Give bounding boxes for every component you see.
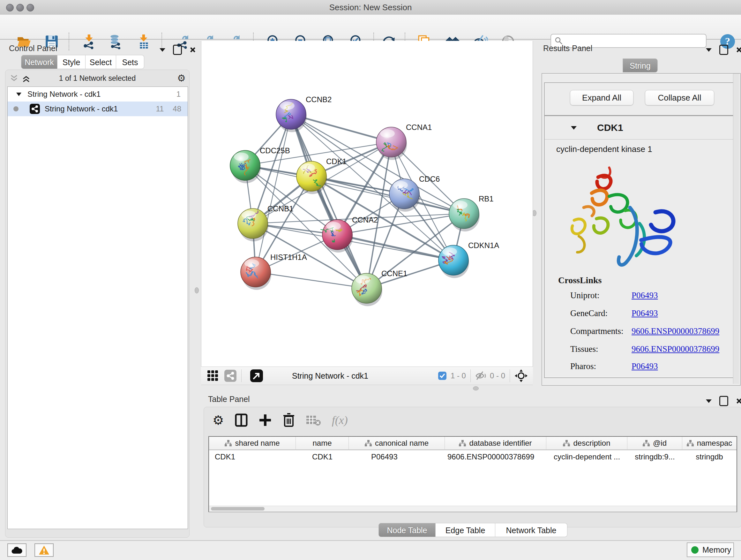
column-header[interactable]: @id (627, 437, 682, 450)
node-label-CDK1: CDK1 (326, 157, 347, 166)
table-options-gear-icon[interactable]: ⚙ (212, 413, 224, 428)
network-node-CCNA2[interactable]: CCNA2 (321, 215, 378, 253)
tab-edge-table[interactable]: Edge Table (435, 523, 495, 537)
network-node-CCNE1[interactable]: CCNE1 (352, 269, 407, 306)
application-window: Session: New Session (0, 0, 741, 560)
table-cell[interactable]: 9606.ENSP00000378699 (445, 450, 546, 463)
collection-count: 1 (177, 90, 181, 99)
pan-crosshair-icon[interactable] (515, 369, 528, 382)
node-label-CCNB1: CCNB1 (267, 204, 293, 213)
gene-section-header[interactable]: CDK1 (545, 116, 737, 139)
birdseye-grid-icon[interactable] (207, 370, 219, 382)
network-node-HIST1H1A[interactable]: HIST1H1A (241, 253, 307, 290)
panel-menu-icon[interactable] (705, 47, 712, 52)
network-tree: String Network - cdk1 1 String Network -… (7, 86, 188, 529)
tab-style[interactable]: Style (57, 55, 85, 69)
table-cell[interactable]: cyclin-dependent ... (546, 450, 627, 463)
column-type-icon (365, 440, 372, 446)
gene-name: CDK1 (597, 122, 623, 133)
panel-float-icon[interactable] (719, 45, 728, 55)
tab-sets[interactable]: Sets (116, 55, 144, 69)
panel-menu-icon[interactable] (159, 47, 166, 52)
table-cell[interactable]: stringdb:9... (627, 450, 682, 463)
column-header[interactable]: database identifier (445, 437, 546, 450)
node-table: shared name name canonical name database… (208, 436, 737, 512)
expand-all-button[interactable]: Expand All (570, 90, 633, 105)
network-node-CDKN1A[interactable]: CDKN1A (439, 241, 499, 278)
toolbar-separator (510, 369, 510, 382)
gene-section: CDK1 cyclin-dependent kinase 1 (544, 116, 738, 378)
column-type-icon (459, 440, 466, 446)
network-tab-content: 1 of 1 Network selected ⚙ String Network… (5, 70, 190, 538)
column-header[interactable]: shared name (209, 437, 296, 450)
column-type-icon (687, 440, 694, 446)
collapse-all-button[interactable]: Collapse All (645, 90, 714, 105)
table-h-scrollbar[interactable] (209, 506, 737, 512)
splitter-handle[interactable] (473, 386, 479, 390)
network-node-CCNB1[interactable]: CCNB1 (238, 204, 293, 241)
table-cell[interactable]: CDK1 (209, 450, 296, 463)
selected-checkbox-icon[interactable] (438, 371, 447, 380)
function-builder-icon-disabled: f(x) (332, 414, 348, 427)
panel-close-icon[interactable] (735, 46, 741, 54)
table-panel: Table Panel ⚙ f(x) shared name name cano… (201, 392, 741, 540)
memory-button[interactable]: Memory (687, 543, 734, 557)
panel-float-icon[interactable] (173, 45, 182, 55)
network-options-gear-icon[interactable]: ⚙ (177, 72, 186, 84)
delete-column-icon[interactable] (283, 413, 295, 427)
tree-expander-icon[interactable] (16, 92, 22, 97)
column-header[interactable]: canonical name (349, 437, 445, 450)
crosslink-label: Pharos: (570, 361, 596, 371)
selected-node-edge-counts: 1 - 0 (451, 371, 466, 380)
crosslink-row: Compartments: 9606.ENSP00000378699 (545, 326, 737, 344)
column-header[interactable]: namespac (682, 437, 737, 450)
panel-float-icon[interactable] (719, 396, 728, 406)
tab-network[interactable]: Network (21, 55, 57, 69)
panel-menu-icon[interactable] (705, 398, 712, 403)
crosslink-link[interactable]: 9606.ENSP00000378699 (631, 344, 719, 354)
delete-table-icon-disabled (306, 414, 321, 427)
crosslink-link[interactable]: P06493 (631, 361, 658, 371)
table-cell[interactable]: P06493 (349, 450, 445, 463)
crosslink-label: Uniprot: (570, 291, 600, 300)
title-bar: Session: New Session (0, 0, 741, 15)
column-header[interactable]: name (296, 437, 349, 450)
crosslink-link[interactable]: 9606.ENSP00000378699 (631, 326, 719, 336)
network-canvas[interactable]: CCNB2CCNA1CDC25BCDK1CDC6RB1CCNB1CCNA2CDK… (201, 41, 533, 367)
cloud-button[interactable] (7, 543, 26, 557)
memory-label: Memory (702, 545, 731, 555)
section-expander-icon[interactable] (570, 125, 577, 130)
control-panel-tabs: NetworkStyleSelectSets (21, 55, 144, 69)
show-columns-icon[interactable] (235, 413, 248, 427)
network-row-selected[interactable]: String Network - cdk1 11 48 (8, 102, 188, 116)
column-header[interactable]: description (546, 437, 627, 450)
tab-network-table[interactable]: Network Table (495, 523, 567, 537)
tab-node-table[interactable]: Node Table (379, 523, 435, 537)
tab-select[interactable]: Select (85, 55, 116, 69)
network-node-CCNB2[interactable]: CCNB2 (276, 95, 332, 132)
scrollbar-thumb[interactable] (211, 507, 265, 510)
open-in-window-icon[interactable] (250, 369, 263, 382)
crosslink-link[interactable]: P06493 (631, 308, 658, 318)
panel-close-icon[interactable] (735, 397, 741, 405)
table-cell[interactable]: stringdb (682, 450, 737, 463)
network-edges[interactable] (245, 114, 464, 288)
network-graph[interactable]: CCNB2CCNA1CDC25BCDK1CDC6RB1CCNB1CCNA2CDK… (201, 41, 533, 367)
crosslink-row: Tissues: 9606.ENSP00000378699 (545, 344, 737, 362)
warning-button[interactable] (35, 543, 54, 557)
network-collection-row[interactable]: String Network - cdk1 1 (8, 87, 188, 102)
table-cell[interactable]: CDK1 (296, 450, 349, 463)
network-node-CDC25B[interactable]: CDC25B (230, 146, 290, 183)
add-column-icon[interactable] (259, 414, 272, 427)
node-label-CCNE1: CCNE1 (381, 269, 407, 278)
crosslink-link[interactable]: P06493 (631, 291, 658, 300)
string-results-container: Expand All Collapse All CDK1 cyclin-depe… (542, 73, 741, 386)
splitter-handle[interactable] (195, 287, 199, 294)
tab-string[interactable]: String (623, 58, 658, 72)
network-node-RB1[interactable]: RB1 (449, 194, 494, 232)
results-scrollbar[interactable] (733, 74, 739, 384)
network-node-CDK1[interactable]: CDK1 (296, 157, 347, 194)
string-app-icon[interactable] (224, 369, 237, 382)
cloud-icon (11, 546, 23, 554)
panel-close-icon[interactable] (189, 46, 197, 54)
